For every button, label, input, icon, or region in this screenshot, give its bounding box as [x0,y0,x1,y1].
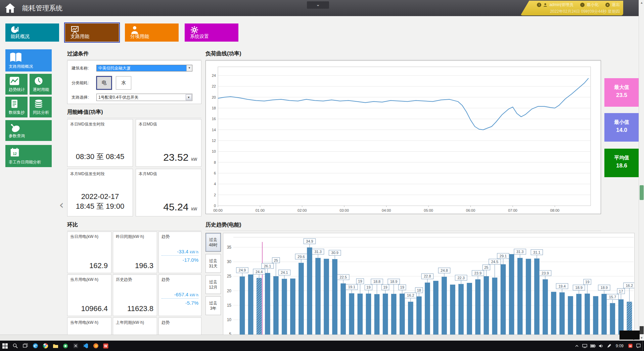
taskview-icon[interactable] [20,341,30,351]
combo-arrow-icon[interactable]: ▼ [186,94,192,100]
vertical-scroll-thumb[interactable] [640,185,644,200]
bar-8[interactable] [307,248,312,335]
bar-7[interactable] [298,263,304,335]
dev-app-icon[interactable] [71,341,81,351]
sidebar-item-参数查询[interactable]: 参数查询 [5,120,52,141]
scroll-down-icon[interactable]: ▼ [639,335,644,341]
bar-29[interactable] [484,276,489,335]
bar-18[interactable] [391,294,396,335]
bar-42[interactable] [593,296,598,335]
bar-14[interactable] [358,294,363,335]
firefox-icon[interactable] [91,341,101,351]
logout-label[interactable]: 退出 [612,2,620,8]
bar-4[interactable] [273,276,278,335]
energy-option-水[interactable]: 水 [116,76,131,90]
sidebar-item-同比分析[interactable]: 同比分析 [30,97,52,117]
page-vertical-scrollbar[interactable]: ▲ ▼ [639,0,644,341]
bar-22[interactable] [425,283,430,335]
page-horizontal-scrollbar[interactable]: ❯ [0,335,639,341]
energy-option-电[interactable]: 电 [96,76,112,90]
chrome-icon[interactable] [40,341,50,351]
tab-支路用能[interactable]: 支路用能 [65,23,119,42]
scroll-up-icon[interactable]: ▲ [639,0,644,5]
chevron-down-icon[interactable]: ⌄ [307,1,329,9]
bar-16[interactable] [374,294,379,335]
bar-6[interactable] [290,279,295,335]
bar-26[interactable] [459,284,464,335]
bar-40[interactable] [577,294,582,335]
period-button-过去3年[interactable]: 过去3年 [205,296,221,315]
bar-39[interactable] [568,296,573,335]
collapse-panel-icon[interactable]: ‹ [58,198,65,211]
bar-2[interactable] [257,278,262,335]
combo-arrow-icon[interactable]: ▼ [186,65,192,71]
bar-44[interactable] [610,303,615,335]
bar-34[interactable] [526,259,531,335]
period-button-过去48时[interactable]: 过去48时 [205,233,221,252]
bar-24[interactable] [442,277,447,335]
bar-32[interactable] [509,254,514,335]
sidebar-item-逐时用能[interactable]: 逐时用能 [30,74,52,95]
bar-10[interactable] [324,259,329,335]
bar-15[interactable] [366,294,371,335]
edge-icon[interactable] [30,341,40,351]
info-icon[interactable]: i [537,3,541,7]
bar-25[interactable] [450,285,455,335]
bar-19[interactable] [400,294,405,335]
period-button-过去12月[interactable]: 过去12月 [205,275,221,294]
vscode-icon[interactable] [81,341,91,351]
bar-38[interactable] [559,293,564,335]
network-icon[interactable] [581,341,589,351]
bar-27[interactable] [467,283,472,335]
volume-icon[interactable] [597,341,605,351]
bar-5[interactable] [282,279,287,335]
bar-23[interactable] [433,281,439,335]
bar-35[interactable] [534,259,539,335]
minimize-icon[interactable]: - [580,3,585,7]
branch-select[interactable]: 1号配变0.4千伏总开关 ▼ [96,94,192,101]
sidebar-item-非工作日用能分析[interactable]: 12非工作日用能分析 [5,145,52,167]
bar-11[interactable] [332,259,337,335]
sidebar-item-趋势统计[interactable]: 趋势统计 [5,74,28,95]
bar-41[interactable] [585,294,590,335]
logout-icon[interactable]: x [605,3,610,7]
bar-17[interactable] [383,294,388,335]
notification-icon[interactable] [634,341,642,351]
sidebar-item-支路用能概况[interactable]: 支路用能概况 [5,49,52,71]
start-icon[interactable] [0,341,10,351]
pen-icon[interactable] [605,341,613,351]
tray-expand-icon[interactable] [573,341,581,351]
bar-31[interactable] [501,264,506,335]
tab-能耗概况[interactable]: 能耗概况 [5,23,59,42]
bar-21[interactable] [416,297,421,335]
bar-33[interactable] [517,258,522,335]
taskbar-clock[interactable]: 9:09 [613,344,626,348]
bar-20[interactable] [408,302,413,335]
bar-46[interactable] [627,302,632,335]
bar-45[interactable] [618,299,624,335]
bar-3[interactable] [265,273,270,335]
show-desktop-button[interactable] [642,341,644,351]
building-select[interactable]: 中美信托金融大厦 ▼ [96,65,192,71]
bar-36[interactable] [543,280,548,335]
bar-0[interactable] [240,277,245,335]
green-app-icon[interactable] [60,341,71,351]
bar-30[interactable] [492,278,497,335]
bar-13[interactable] [349,293,354,335]
tab-分项用能[interactable]: 分项用能 [125,23,179,42]
bar-9[interactable] [316,258,321,335]
bar-28[interactable] [475,280,480,335]
minimize-label[interactable]: 最小化 [587,2,599,8]
vertical-scroll-thumb2[interactable] [640,326,644,334]
sidebar-item-数据集抄[interactable]: 数据集抄 [5,97,28,117]
battery-icon[interactable] [589,341,597,351]
bar-43[interactable] [602,294,607,335]
wps-tray-icon[interactable]: W [626,341,634,351]
search-icon[interactable] [10,341,20,351]
tab-系统设置[interactable]: 系统设置 [185,23,238,42]
bar-12[interactable] [341,284,346,335]
bar-1[interactable] [248,274,253,335]
wps-icon[interactable]: W [101,341,111,351]
folder-icon[interactable] [50,341,60,351]
period-button-过去31天[interactable]: 过去31天 [205,254,221,273]
